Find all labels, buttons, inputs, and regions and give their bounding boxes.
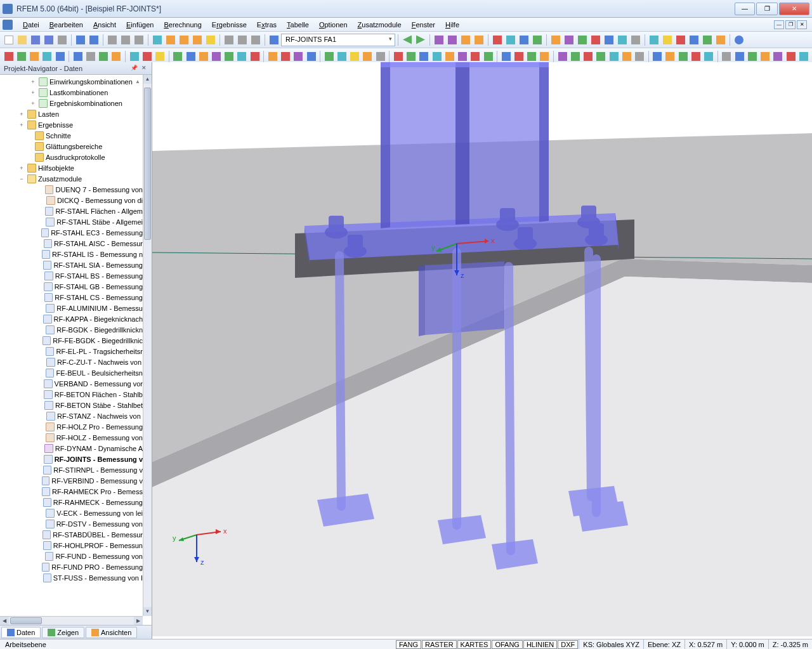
scroll-up-icon[interactable]: ▲ bbox=[143, 75, 152, 84]
tb2-res8[interactable] bbox=[482, 50, 494, 63]
mdi-close[interactable]: ✕ bbox=[797, 20, 807, 29]
tree-item[interactable]: RF-STAHL IS - Bemessung n bbox=[0, 249, 143, 259]
tree-item[interactable]: VERBAND - Bemessung vor bbox=[0, 378, 143, 389]
tree-item[interactable]: RF-BETON Stäbe - Stahlbet bbox=[0, 400, 143, 410]
tb2-line[interactable] bbox=[185, 50, 197, 63]
tb2-surface[interactable] bbox=[210, 50, 222, 63]
tree-item[interactable]: RF-VERBIND - Bemessung v bbox=[0, 475, 143, 486]
tb-g3[interactable] bbox=[576, 34, 589, 46]
tb2-axes[interactable] bbox=[141, 50, 153, 63]
menu-ergebnisse[interactable]: Ergebnisse bbox=[207, 20, 252, 30]
tree-item[interactable]: RF-STABDÜBEL - Bemessur bbox=[0, 529, 143, 540]
tb2-w4[interactable] bbox=[759, 50, 771, 63]
menu-bearbeiten[interactable]: Bearbeiten bbox=[44, 20, 88, 30]
tb2-v5[interactable] bbox=[608, 50, 620, 63]
tb-prev[interactable] bbox=[401, 34, 414, 46]
tree-item[interactable]: RF-STAHL CS - Bemessung bbox=[0, 292, 143, 303]
tree-item[interactable]: RF-BETON Flächen - Stahlb bbox=[0, 389, 143, 400]
tree-item[interactable]: RF-HOHLPROF - Bemessun bbox=[0, 540, 143, 551]
tb-r4[interactable] bbox=[531, 34, 544, 46]
tb-g1[interactable] bbox=[549, 34, 562, 46]
tree-item[interactable]: RF-STAHL Flächen - Allgem bbox=[0, 206, 143, 216]
menu-extras[interactable]: Extras bbox=[252, 20, 282, 30]
tree-item[interactable]: +Ergebnisse bbox=[0, 119, 143, 130]
tb2-w7[interactable] bbox=[797, 50, 809, 63]
menu-ansicht[interactable]: Ansicht bbox=[88, 20, 121, 30]
tree-item[interactable]: RF-EL-PL - Tragsicherheitsr bbox=[0, 346, 143, 357]
tb2-solid[interactable] bbox=[223, 50, 235, 63]
module-select[interactable]: RF-JOINTS FA1 bbox=[281, 34, 395, 46]
tree-item[interactable]: RF-RAHMECK - Bemessung bbox=[0, 497, 143, 508]
tab-daten[interactable]: Daten bbox=[1, 627, 41, 638]
scroll-down-icon[interactable]: ▼ bbox=[143, 607, 152, 616]
expander-icon[interactable]: + bbox=[29, 100, 37, 107]
tb2-d1[interactable] bbox=[500, 50, 512, 63]
status-hlinien[interactable]: HLINIEN bbox=[523, 640, 557, 649]
tb-pan[interactable] bbox=[204, 34, 217, 46]
scroll-thumb[interactable] bbox=[144, 88, 151, 240]
tb2-res4[interactable] bbox=[431, 50, 443, 63]
tb-v3[interactable] bbox=[459, 34, 472, 46]
tab-ansichten[interactable]: Ansichten bbox=[86, 627, 137, 638]
tb-help[interactable] bbox=[733, 34, 745, 46]
tb2-res5[interactable] bbox=[443, 50, 455, 63]
minimize-button[interactable]: — bbox=[735, 3, 755, 15]
tb2-v4[interactable] bbox=[595, 50, 607, 63]
tb2-m2[interactable] bbox=[336, 50, 348, 63]
mdi-restore[interactable]: ❐ bbox=[785, 20, 796, 29]
tb2-v3[interactable] bbox=[582, 50, 594, 63]
tb2-7[interactable] bbox=[84, 50, 96, 63]
tb2-d2[interactable] bbox=[513, 50, 525, 63]
tb2-1[interactable] bbox=[3, 50, 15, 63]
tb2-load3[interactable] bbox=[292, 50, 304, 63]
tree-item[interactable]: +Einwirkungskombinationen▲ bbox=[0, 76, 143, 87]
tb2-m3[interactable] bbox=[349, 50, 361, 63]
tb-undo[interactable] bbox=[74, 34, 87, 46]
tree-item[interactable]: RF-STANZ - Nachweis von bbox=[0, 410, 143, 421]
tree-item[interactable]: RF-ALUMINIUM - Bemessu bbox=[0, 303, 143, 313]
tb2-ucs[interactable] bbox=[154, 50, 166, 63]
tb2-v1[interactable] bbox=[556, 50, 568, 63]
tree-item[interactable]: RF-STAHL SIA - Bemessung bbox=[0, 259, 143, 270]
tb2-res2[interactable] bbox=[405, 50, 417, 63]
tb2-6[interactable] bbox=[72, 50, 84, 63]
tb-g7[interactable] bbox=[629, 34, 642, 46]
status-ofang[interactable]: OFANG bbox=[492, 640, 523, 649]
tree-item[interactable]: RF-RAHMECK Pro - Bemess bbox=[0, 486, 143, 497]
tb-g2[interactable] bbox=[563, 34, 575, 46]
menu-fenster[interactable]: Fenster bbox=[407, 20, 440, 30]
tree-item[interactable]: RF-STAHL GB - Bemessung bbox=[0, 281, 143, 292]
tb-g5[interactable] bbox=[603, 34, 615, 46]
tb2-3[interactable] bbox=[28, 50, 40, 63]
tree-item[interactable]: +Lasten bbox=[0, 108, 143, 119]
menu-tabelle[interactable]: Tabelle bbox=[282, 20, 314, 30]
tree-item[interactable]: RF-STAHL Stäbe - Allgemei bbox=[0, 216, 143, 227]
tree-vscroll[interactable]: ▲ ▼ bbox=[143, 75, 152, 616]
tb-open[interactable] bbox=[16, 34, 29, 46]
tree-item[interactable]: RF-HOLZ - Bemessung von bbox=[0, 432, 143, 443]
tb2-opening[interactable] bbox=[236, 50, 248, 63]
tree-item[interactable]: RF-STAHL BS - Bemessung bbox=[0, 270, 143, 281]
tb-v2[interactable] bbox=[446, 34, 459, 46]
expander-icon[interactable]: + bbox=[29, 89, 37, 96]
tb2-load1[interactable] bbox=[266, 50, 278, 63]
tree-hscroll[interactable]: ◀ ▶ bbox=[0, 616, 143, 625]
tb-new[interactable] bbox=[3, 34, 15, 46]
tb2-m1[interactable] bbox=[323, 50, 335, 63]
tb2-load4[interactable] bbox=[305, 50, 317, 63]
tree-item[interactable]: RF-DSTV - Bemessung von bbox=[0, 518, 143, 529]
tb2-member[interactable] bbox=[197, 50, 209, 63]
tree-item[interactable]: RF-C-ZU-T - Nachweis von bbox=[0, 357, 143, 367]
tree-item[interactable]: RF-FE-BGDK - Biegedrillknic bbox=[0, 335, 143, 346]
tb-v4[interactable] bbox=[473, 34, 485, 46]
maximize-button[interactable]: ❐ bbox=[756, 3, 778, 15]
tb2-w5[interactable] bbox=[772, 50, 784, 63]
tb2-5[interactable] bbox=[54, 50, 66, 63]
tb2-yz[interactable] bbox=[703, 50, 715, 63]
tb-saveall[interactable] bbox=[43, 34, 55, 46]
status-dxf[interactable]: DXF bbox=[558, 640, 578, 649]
tb-print[interactable] bbox=[56, 34, 69, 46]
tb2-xz[interactable] bbox=[690, 50, 702, 63]
status-fang[interactable]: FANG bbox=[396, 640, 421, 649]
menu-zusatzmodule[interactable]: Zusatzmodule bbox=[353, 20, 407, 30]
